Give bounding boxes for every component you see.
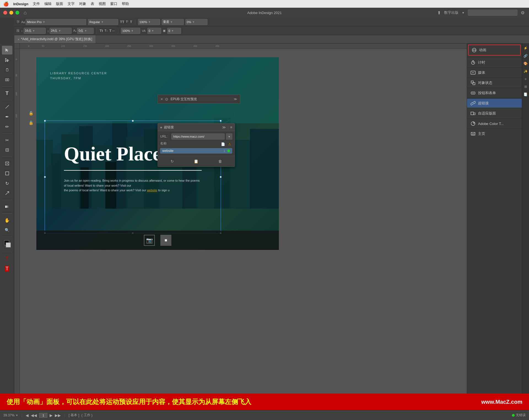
color-swatches-icon[interactable]: 🎨 [523, 61, 529, 67]
svg-text:200: 200 [105, 45, 109, 47]
scale-tool-button[interactable] [2, 189, 12, 198]
new-hyperlink-icon[interactable]: 📄 [220, 141, 226, 147]
gap-tool-button[interactable] [2, 75, 12, 84]
publish-online-label[interactable]: 数字出版 [444, 10, 458, 15]
refresh-hyperlink-button[interactable]: ↻ [169, 158, 176, 165]
help-menu[interactable]: 帮助 [122, 1, 129, 6]
next-page-button[interactable]: ▶ [50, 413, 53, 418]
ruler-corner [14, 43, 20, 49]
font-family-dropdown[interactable]: Minion Pro ▼ [26, 19, 86, 25]
layout-menu[interactable]: 版面 [56, 1, 63, 6]
view-menu[interactable]: 视图 [99, 1, 106, 6]
page-number-input[interactable] [39, 413, 47, 418]
hyperlink-panel-row[interactable]: 超链接 [467, 99, 522, 108]
edit-menu[interactable]: 编辑 [44, 1, 52, 6]
apple-menu[interactable]: 🍎 [3, 1, 9, 7]
line-tool-button[interactable] [2, 102, 12, 111]
settings-icon[interactable]: ⚙ [521, 10, 525, 15]
type-style-bold-icon: TT [120, 20, 124, 24]
adaptive-icon [470, 111, 476, 116]
delete-hyperlink-button[interactable]: 🗑 [217, 158, 224, 165]
button-form-panel-row[interactable]: 按钮和表单 [467, 89, 522, 97]
tools-divider-2 [2, 100, 12, 100]
selection-tool-button[interactable] [2, 46, 12, 54]
zoom-dropdown-arrow[interactable]: ▼ [16, 414, 18, 417]
epub-close-button[interactable]: × [161, 97, 163, 101]
close-window-button[interactable] [3, 11, 7, 15]
window-menu[interactable]: 窗口 [110, 1, 117, 6]
svg-text:0: 0 [28, 45, 29, 47]
scissors-tool-button[interactable]: ✂ [2, 136, 12, 144]
apply-color-button[interactable]: T [2, 254, 12, 263]
gradient-tool-button[interactable] [2, 202, 12, 211]
baseline-dropdown[interactable]: 0 ▼ [167, 28, 181, 34]
h-scale-dropdown[interactable]: 100% ▼ [121, 28, 140, 34]
url-input[interactable] [171, 133, 225, 140]
svg-rect-27 [52, 154, 63, 209]
kerning-pair-dropdown[interactable]: 0 ▼ [147, 28, 161, 34]
links-icon[interactable]: 🔗 [523, 53, 529, 59]
font-size-pt-dropdown[interactable]: 16点 ▼ [24, 28, 46, 34]
animation-panel-row[interactable]: 动画 [469, 45, 520, 55]
text-wrap-icon[interactable]: ⊞ [523, 84, 529, 90]
hyperlink-expand-button[interactable]: ≫ [222, 125, 226, 129]
svg-text:150: 150 [15, 114, 18, 118]
media-panel-row[interactable]: 媒体 [467, 68, 522, 77]
active-document-tab[interactable]: × *Add_interactivity.indd @ 39% [GPU 预览]… [14, 35, 96, 43]
minimize-window-button[interactable] [9, 11, 13, 15]
timer-panel-row[interactable]: 计时 [467, 58, 522, 67]
hyperlink-entry[interactable]: website 1 [160, 148, 232, 154]
search-input[interactable] [468, 10, 517, 16]
pages-icon[interactable]: 📑 [523, 91, 529, 97]
url-dropdown-button[interactable]: ▼ [226, 133, 232, 140]
effects-icon[interactable]: ✨ [523, 68, 529, 74]
zoom-tool-button[interactable]: 🔍 [2, 226, 12, 234]
app-menu[interactable]: InDesign [13, 2, 28, 6]
align-icon[interactable]: ≡ [523, 76, 529, 82]
website-hyperlink[interactable]: website [147, 189, 157, 192]
url-label: URL: [160, 135, 170, 138]
direct-select-tool-button[interactable] [2, 56, 12, 64]
share-icon[interactable]: ⬆ [437, 10, 441, 15]
object-menu[interactable]: 对象 [79, 1, 86, 6]
leading-dropdown[interactable]: 24点 ▼ [50, 28, 72, 34]
rect-frame-tool-button[interactable] [2, 159, 12, 168]
font-style-dropdown[interactable]: Regular ▼ [88, 19, 118, 25]
table-menu[interactable]: 表 [91, 1, 94, 6]
zoom-display[interactable]: 39.37% ▼ [3, 413, 18, 417]
library-text: LIBRARY RESOURCE CENTER [50, 71, 107, 76]
home-icon[interactable]: ⌂ [24, 10, 27, 16]
adaptive-panel-row[interactable]: 自适应版面 [467, 109, 522, 118]
new-hyperlink-button[interactable]: 📋 [193, 158, 200, 165]
home-panel-row[interactable]: 主页 [467, 129, 522, 138]
type-tool-button[interactable]: T [2, 89, 12, 98]
kern-field[interactable]: 0% ▼ [185, 19, 207, 25]
hyperlink-menu-button[interactable]: ≡ [230, 125, 232, 129]
tracking-dropdown[interactable]: 0点 ▼ [77, 28, 94, 34]
free-transform-button[interactable] [2, 146, 12, 154]
metrics-dropdown[interactable]: 量度 ▼ [162, 19, 184, 25]
panel-sep-4 [467, 88, 522, 88]
svg-line-2 [6, 105, 9, 108]
hand-tool-button[interactable]: ✋ [2, 216, 12, 225]
file-menu[interactable]: 文件 [33, 1, 40, 6]
tab-close-icon[interactable]: × [18, 38, 19, 41]
font-size-field[interactable]: 100% ▼ [138, 19, 160, 25]
prev-page-button[interactable]: ◀ [26, 413, 29, 418]
first-page-button[interactable]: ◀◀ [31, 413, 37, 418]
epub-expand-button[interactable]: ≫ [234, 97, 237, 101]
last-page-button[interactable]: ▶▶ [55, 413, 61, 418]
pencil-tool-button[interactable]: ✏ [2, 122, 12, 131]
fill-stroke-area[interactable] [2, 239, 12, 250]
pen-tool-button[interactable]: ✒ [2, 112, 12, 121]
color-theme-panel-row[interactable]: Adobe Color T... [467, 119, 522, 128]
dropdown-arrow[interactable]: ▼ [462, 11, 465, 14]
page-tool-button[interactable]: 🗒 [2, 66, 12, 74]
rect-tool-button[interactable] [2, 169, 12, 178]
rotate-tool-button[interactable]: ↻ [2, 179, 12, 188]
format-text-red-button[interactable]: T [2, 264, 12, 273]
maximize-window-button[interactable] [15, 11, 19, 15]
text-menu[interactable]: 文字 [68, 1, 75, 6]
object-state-panel-row[interactable]: 对象状态 [467, 78, 522, 87]
properties-icon[interactable]: ⚡ [523, 45, 529, 51]
